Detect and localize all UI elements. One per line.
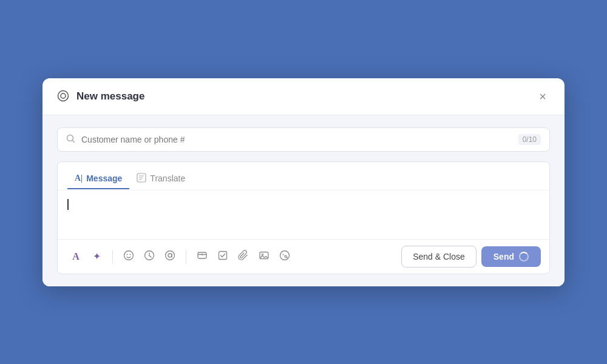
attach-icon bbox=[238, 250, 249, 263]
new-message-modal: New message × 0/10 A| Message bbox=[42, 78, 565, 286]
image-icon bbox=[259, 250, 270, 263]
text-format-icon: A bbox=[72, 251, 80, 262]
header-left: New message bbox=[57, 90, 144, 103]
image-button[interactable] bbox=[254, 247, 274, 266]
tab-message[interactable]: A| Message bbox=[67, 169, 129, 189]
tab-message-label: Message bbox=[86, 174, 122, 183]
emoji-button[interactable] bbox=[119, 247, 138, 266]
svg-point-14 bbox=[166, 251, 175, 260]
svg-rect-20 bbox=[219, 251, 227, 259]
mention-icon bbox=[164, 250, 175, 263]
translate-icon bbox=[137, 173, 146, 184]
svg-point-0 bbox=[58, 90, 69, 101]
sticker-button[interactable] bbox=[275, 247, 294, 266]
text-a-icon: A| bbox=[75, 174, 83, 183]
sticker-icon bbox=[279, 250, 290, 263]
send-button[interactable]: Send bbox=[481, 246, 541, 267]
modal-header: New message × bbox=[42, 78, 565, 115]
checklist-icon bbox=[217, 250, 228, 263]
send-close-button[interactable]: Send & Close bbox=[401, 246, 476, 268]
message-tabs: A| Message Translate bbox=[58, 162, 549, 190]
search-icon bbox=[66, 134, 75, 145]
format-group: A ✦ bbox=[66, 247, 106, 266]
clock-icon bbox=[144, 250, 155, 263]
text-cursor bbox=[67, 199, 69, 210]
emoji-group bbox=[119, 247, 180, 266]
toolbar-divider-1 bbox=[112, 250, 113, 263]
recipient-input[interactable] bbox=[81, 135, 518, 144]
payment-icon bbox=[197, 250, 208, 263]
svg-point-22 bbox=[262, 254, 263, 255]
payment-button[interactable] bbox=[192, 247, 212, 266]
svg-point-1 bbox=[61, 93, 66, 98]
message-icon bbox=[57, 90, 70, 103]
close-button[interactable]: × bbox=[535, 89, 550, 104]
toolbar-divider-2 bbox=[186, 250, 186, 263]
svg-point-24 bbox=[283, 254, 284, 255]
message-compose-area: A| Message Translate bbox=[57, 161, 550, 274]
svg-line-13 bbox=[149, 255, 151, 257]
text-format-button[interactable]: A bbox=[66, 247, 86, 266]
mention-button[interactable] bbox=[160, 247, 180, 266]
tab-translate-label: Translate bbox=[150, 174, 185, 183]
sparkle-icon: ✦ bbox=[93, 251, 101, 262]
emoji-icon bbox=[123, 250, 134, 263]
svg-point-8 bbox=[124, 251, 134, 260]
send-spinner-icon bbox=[519, 252, 529, 261]
svg-point-10 bbox=[130, 254, 131, 255]
modal-body: 0/10 A| Message bbox=[42, 115, 565, 286]
sparkle-button[interactable]: ✦ bbox=[87, 247, 106, 266]
send-button-label: Send bbox=[493, 252, 514, 261]
message-editor[interactable] bbox=[58, 190, 549, 239]
action-buttons: Send & Close Send bbox=[401, 246, 541, 268]
attach-button[interactable] bbox=[234, 247, 253, 266]
modal-title: New message bbox=[76, 90, 144, 103]
recipient-count: 0/10 bbox=[518, 134, 541, 145]
message-toolbar: A ✦ bbox=[58, 239, 549, 274]
insert-group bbox=[192, 247, 294, 266]
recipient-search-bar[interactable]: 0/10 bbox=[57, 127, 550, 152]
svg-point-15 bbox=[168, 254, 172, 257]
svg-line-3 bbox=[73, 140, 75, 142]
checklist-button[interactable] bbox=[213, 247, 232, 266]
clock-button[interactable] bbox=[140, 247, 159, 266]
svg-point-9 bbox=[127, 254, 128, 255]
tab-translate[interactable]: Translate bbox=[129, 168, 192, 190]
